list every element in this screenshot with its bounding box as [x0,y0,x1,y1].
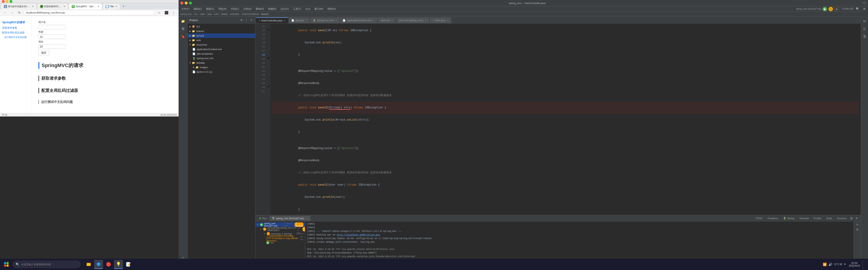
run-settings-btn[interactable]: ⚙ [855,227,860,232]
extensions-button[interactable]: ⬛ [163,9,169,16]
menu-button[interactable]: ⋮ [170,9,177,16]
form-input-age[interactable] [38,35,66,39]
tab3-close[interactable]: ✕ [97,5,99,8]
volume-icon[interactable]: 🔊 [829,263,832,266]
run-tab-terminal[interactable]: Terminal [797,216,811,221]
new-tab-button[interactable]: + [121,3,127,9]
bookmark-button[interactable]: ☆ [156,9,162,16]
breadcrumb-save13[interactable]: save13 [261,13,269,15]
tab-close-usercontroller[interactable]: ✕ [284,20,285,22]
browser-tab-1[interactable]: 🐴 黑马程序员最全SSM框架教程 ✕ [1,3,37,9]
breadcrumb-usercontroller[interactable]: UserController.kt [242,13,258,15]
tab-close-appcontext[interactable]: ✕ [373,19,375,22]
menu-build[interactable]: 构建(B) [266,7,278,11]
menu-help[interactable]: 帮助(H) [326,7,338,11]
breadcrumb-taotao[interactable]: taotao [221,13,227,15]
taskbar-search-bar[interactable]: 🔍 在这里输入你要搜索的内容 [13,261,81,268]
browser-tab-2[interactable]: 🎓 智慧职教MOOC学院 ✕ [37,3,68,9]
right-icon-db[interactable]: 🗄 [861,33,868,40]
menu-vcs[interactable]: VCS [303,7,312,11]
right-icon-maven[interactable]: M [861,18,868,25]
menu-analyze[interactable]: 分析(A) [241,7,253,11]
browser-tab-4[interactable]: 📄 Title ✕ [103,3,120,9]
menu-file[interactable]: 文件(F) [180,7,191,11]
run-item-sub1[interactable]: ▼ ! org.example:spring_mvc:1.0-SNAPSHOT … [255,227,305,231]
run-panel-settings-icon[interactable]: ⚙ [849,216,854,220]
browser-tab-3[interactable]: 🍃 SpringMVC - SpringMVC获取参数 ✕ [69,3,102,9]
search-everywhere-btn[interactable]: 🔍 [855,6,860,12]
nav-link-test[interactable]: 运行测试中文乱码问题 [2,36,29,39]
run-tab-spring[interactable]: 🍃 Spring [781,216,797,221]
ide-settings-icon[interactable]: ⚙ [863,1,866,6]
debug-button[interactable]: 🐛 [829,7,833,11]
tree-item-listener[interactable]: ▶ 📁 listener [188,29,255,33]
menu-window[interactable]: 窗口(W) [313,7,325,11]
stop-button[interactable]: ■ [834,7,839,11]
breadcrumb-src[interactable]: src [194,13,197,15]
menu-code[interactable]: 代码(C) [229,7,241,11]
tab1-close[interactable]: ✕ [32,5,34,8]
show-desktop-btn[interactable] [863,260,864,269]
run-button[interactable]: ▶ [823,7,827,11]
gutter-err-38[interactable]: ▶ [267,56,270,60]
tab-appcontext[interactable]: 📄 applicationContext.xml ✕ [340,18,378,23]
back-button[interactable]: ← [2,9,8,16]
run-tab-build[interactable]: Build [824,216,834,221]
tab2-close[interactable]: ✕ [64,5,65,8]
tree-item-springmvc[interactable]: 🍃 spring-mvc.xml [188,56,255,61]
gutter-run-45[interactable]: ▶ [267,85,270,89]
menu-navigate[interactable]: 导航(N) [216,7,228,11]
run-tab-todo[interactable]: TODO [753,216,765,221]
breadcrumb-spring-mvc[interactable]: spring_mvc [180,13,192,15]
bookmarks-icon[interactable]: 🔖 [180,33,187,40]
nav-link-params[interactable]: 获取请求参数 [2,26,29,30]
ide-close-btn[interactable] [180,2,183,4]
tree-item-web[interactable]: ▶ 📁 web [188,38,255,42]
address-bar[interactable] [24,10,155,15]
tree-item-resources[interactable]: ▼ 📁 resources [188,42,255,47]
tree-item-images[interactable]: ▶ 📁 images [188,65,255,70]
menu-refactor[interactable]: 重构(R) [254,7,266,11]
tab-close-userjava[interactable]: ✕ [447,19,448,22]
form-input-address[interactable] [38,44,66,49]
run-tab-profiler[interactable]: Profiler [811,216,824,221]
refresh-button[interactable]: ↻ [16,9,23,16]
taskbar-app-idea[interactable]: 💡 [114,260,123,269]
tab-close-pom[interactable]: ✕ [425,19,427,22]
form-submit-button[interactable]: 提交 [38,50,49,55]
tab-usercontroller[interactable]: J UserController.java ✕ [256,18,288,23]
tree-item-jdbc[interactable]: 📄 jdbc.properties [188,52,255,56]
tab-close-springmvc[interactable]: ✕ [335,19,337,22]
run-tab-services[interactable]: Services [835,216,849,221]
right-icon-gradle[interactable]: G [861,25,868,33]
tree-item-service[interactable]: ▶ 📁 service [188,33,255,38]
project-icon-collapse[interactable]: ↕ [244,18,248,22]
tab-pom[interactable]: pom.xml (spring_mvc) ✕ [396,18,429,23]
menu-run[interactable]: 运行(U) [279,7,291,11]
settings-btn[interactable]: ⚙ [862,6,867,12]
tab4-close[interactable]: ✕ [115,5,117,8]
structure-icon[interactable]: 🏗 [180,25,187,33]
menu-tools[interactable]: 工具(T) [291,7,303,11]
windows-start-button[interactable] [2,260,11,269]
browser-maximize-btn[interactable] [9,0,12,3]
code-content-area[interactable]: public void save1(VO vo) throws IOExcept… [270,24,861,215]
forward-button[interactable]: → [9,9,16,16]
menu-view[interactable]: 视图(V) [204,7,216,11]
run-item-encoding[interactable]: ⚠ Using platform encoding (UTF-8 actuall… [255,236,305,240]
breadcrumb-java[interactable]: java [208,13,212,15]
tree-item-vo[interactable]: ▶ 📦 VO [188,24,255,29]
log-link-localhost[interactable]: http://localhost:8080/spring_mvc [337,234,380,236]
breadcrumb-com[interactable]: com [214,13,219,15]
taskbar-app-notepad[interactable]: 📝 [124,260,133,269]
ide-minimize-btn[interactable] [185,2,188,4]
browser-close-btn[interactable] [2,0,5,3]
browser-minimize-btn[interactable] [6,0,8,3]
project-icon-close[interactable]: ✕ [249,18,253,22]
tab-ajax[interactable]: 📄 ajax.jsp ✕ [289,18,310,23]
breadcrumb-controller[interactable]: controller [230,13,239,15]
project-icon-settings[interactable]: ⚙ [239,18,243,22]
run-tab-problems[interactable]: Problems [765,216,780,221]
taskbar-app-cmd[interactable]: 🔴 [104,260,113,269]
project-icon[interactable]: 📁 [180,18,187,25]
